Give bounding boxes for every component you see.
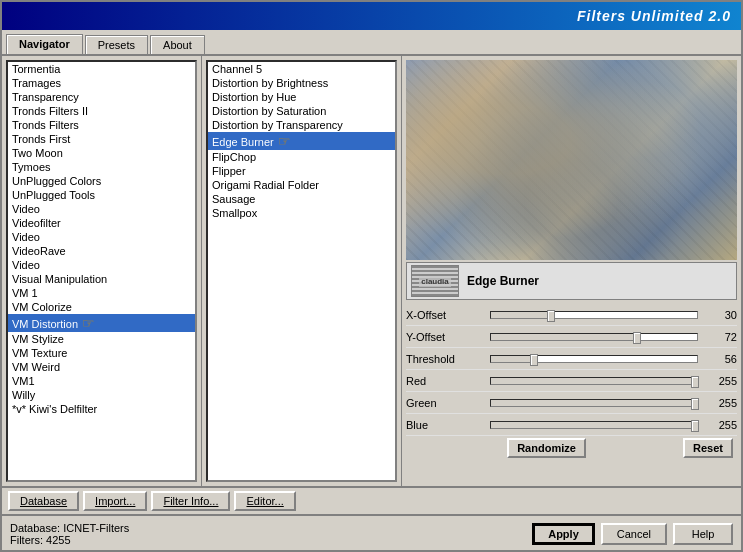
filter-item[interactable]: Sausage <box>208 192 395 206</box>
filter-item[interactable]: Distortion by Transparency <box>208 118 395 132</box>
filter-item[interactable]: Distortion by Brightness <box>208 76 395 90</box>
nav-item[interactable]: *v* Kiwi's Delfilter <box>8 402 195 416</box>
filter-info-bar: claudia Edge Burner <box>406 262 737 300</box>
nav-item[interactable]: Tramages <box>8 76 195 90</box>
status-database: Database: ICNET-Filters <box>10 522 129 534</box>
action-buttons: Apply Cancel Help <box>532 523 733 545</box>
preview-image <box>406 60 737 260</box>
thumbnail-text: claudia <box>419 276 451 287</box>
import-button[interactable]: Import... <box>83 491 147 511</box>
nav-item[interactable]: VM Colorize <box>8 300 195 314</box>
param-row: Y-Offset72 <box>406 326 737 348</box>
filter-name-display: Edge Burner <box>467 274 732 288</box>
reset-button[interactable]: Reset <box>683 438 733 458</box>
param-slider[interactable] <box>490 311 698 319</box>
filter-item[interactable]: Channel 5 <box>208 62 395 76</box>
param-label: Green <box>406 397 486 409</box>
filter-item[interactable]: Smallpox <box>208 206 395 220</box>
param-slider[interactable] <box>490 377 698 385</box>
nav-item[interactable]: Tymoes <box>8 160 195 174</box>
nav-item[interactable]: UnPlugged Colors <box>8 174 195 188</box>
param-row: Threshold56 <box>406 348 737 370</box>
nav-item[interactable]: Video <box>8 202 195 216</box>
nav-item[interactable]: Videofilter <box>8 216 195 230</box>
nav-item[interactable]: Two Moon <box>8 146 195 160</box>
title-bar: Filters Unlimited 2.0 <box>2 2 741 30</box>
filter-item[interactable]: Flipper <box>208 164 395 178</box>
app-title: Filters Unlimited 2.0 <box>577 8 731 24</box>
param-label: Red <box>406 375 486 387</box>
param-row: X-Offset30 <box>406 304 737 326</box>
filter-list[interactable]: Channel 5Distortion by BrightnessDistort… <box>206 60 397 482</box>
param-value: 255 <box>702 375 737 387</box>
param-label: X-Offset <box>406 309 486 321</box>
param-value: 255 <box>702 397 737 409</box>
param-row: Red255 <box>406 370 737 392</box>
nav-item[interactable]: VideoRave <box>8 244 195 258</box>
main-content: TormentiaTramagesTransparencyTronds Filt… <box>2 56 741 486</box>
param-label: Threshold <box>406 353 486 365</box>
nav-item[interactable]: Tronds Filters II <box>8 104 195 118</box>
nav-list[interactable]: TormentiaTramagesTransparencyTronds Filt… <box>6 60 197 482</box>
param-slider[interactable] <box>490 399 698 407</box>
param-value: 72 <box>702 331 737 343</box>
nav-item[interactable]: Tronds First <box>8 132 195 146</box>
status-bar: Database: ICNET-Filters Filters: 4255 <box>10 522 129 546</box>
tab-about[interactable]: About <box>150 35 205 54</box>
filter-item[interactable]: Origami Radial Folder <box>208 178 395 192</box>
param-slider[interactable] <box>490 355 698 363</box>
param-value: 56 <box>702 353 737 365</box>
filter-item[interactable]: Edge Burner ☞ <box>208 132 395 150</box>
tab-bar: Navigator Presets About <box>2 30 741 56</box>
param-value: 30 <box>702 309 737 321</box>
nav-item[interactable]: Willy <box>8 388 195 402</box>
nav-item[interactable]: Video <box>8 230 195 244</box>
nav-item[interactable]: UnPlugged Tools <box>8 188 195 202</box>
help-button[interactable]: Help <box>673 523 733 545</box>
param-row: Blue255 <box>406 414 737 436</box>
filter-thumbnail: claudia <box>411 265 459 297</box>
tab-navigator[interactable]: Navigator <box>6 34 83 54</box>
nav-item[interactable]: Tormentia <box>8 62 195 76</box>
params-table: X-Offset30Y-Offset72Threshold56Red255Gre… <box>406 304 737 436</box>
param-label: Blue <box>406 419 486 431</box>
filter-item[interactable]: Distortion by Hue <box>208 90 395 104</box>
filter-item[interactable]: Distortion by Saturation <box>208 104 395 118</box>
right-panel: claudia Edge Burner X-Offset30Y-Offset72… <box>402 56 741 486</box>
nav-item[interactable]: Transparency <box>8 90 195 104</box>
middle-panel: Channel 5Distortion by BrightnessDistort… <box>202 56 402 486</box>
param-row: Green255 <box>406 392 737 414</box>
param-slider[interactable] <box>490 333 698 341</box>
param-value: 255 <box>702 419 737 431</box>
nav-item[interactable]: VM Stylize <box>8 332 195 346</box>
nav-item[interactable]: VM1 <box>8 374 195 388</box>
action-bar: Database: ICNET-Filters Filters: 4255 Ap… <box>2 514 741 552</box>
randomize-button[interactable]: Randomize <box>507 438 586 458</box>
tab-presets[interactable]: Presets <box>85 35 148 54</box>
nav-item[interactable]: VM Texture <box>8 346 195 360</box>
filter-info-button[interactable]: Filter Info... <box>151 491 230 511</box>
param-slider[interactable] <box>490 421 698 429</box>
nav-item[interactable]: Video <box>8 258 195 272</box>
nav-item[interactable]: Tronds Filters <box>8 118 195 132</box>
nav-item[interactable]: VM Distortion ☞ <box>8 314 195 332</box>
nav-item[interactable]: VM Weird <box>8 360 195 374</box>
param-label: Y-Offset <box>406 331 486 343</box>
nav-item[interactable]: VM 1 <box>8 286 195 300</box>
apply-button[interactable]: Apply <box>532 523 595 545</box>
left-panel: TormentiaTramagesTransparencyTronds Filt… <box>2 56 202 486</box>
nav-item[interactable]: Visual Manipulation <box>8 272 195 286</box>
editor-button[interactable]: Editor... <box>234 491 295 511</box>
database-button[interactable]: Database <box>8 491 79 511</box>
right-nav-buttons: Randomize Reset <box>406 436 737 460</box>
bottom-buttons-bar: Database Import... Filter Info... Editor… <box>2 486 741 514</box>
filter-item[interactable]: FlipChop <box>208 150 395 164</box>
status-filters: Filters: 4255 <box>10 534 129 546</box>
cancel-button[interactable]: Cancel <box>601 523 667 545</box>
